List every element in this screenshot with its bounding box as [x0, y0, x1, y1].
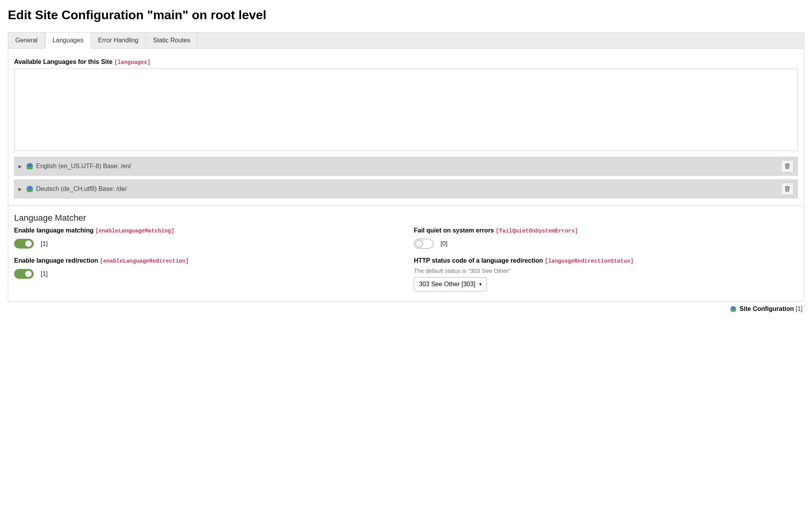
language-matcher-heading: Language Matcher [14, 213, 798, 223]
svg-point-3 [28, 187, 29, 188]
redirection-status-help: The default status is "303 See Other" [414, 267, 798, 274]
svg-point-5 [731, 307, 733, 309]
available-languages-listbox[interactable] [14, 69, 798, 151]
tab-languages[interactable]: Languages [45, 33, 91, 49]
enable-redirection-toggle[interactable] [14, 269, 34, 279]
delete-language-button[interactable] [781, 183, 794, 195]
enable-matching-label: Enable language matching [enableLanguage… [14, 227, 398, 234]
enable-redirection-value: [1] [41, 271, 48, 278]
svg-point-1 [28, 164, 29, 165]
tab-error-handling[interactable]: Error Handling [91, 33, 146, 48]
enable-redirection-label: Enable language redirection [enableLangu… [14, 257, 398, 264]
available-languages-label: Available Languages for this Site [langu… [14, 58, 798, 65]
enable-matching-toggle[interactable] [14, 239, 34, 249]
footer-label: Site Configuration [740, 305, 794, 312]
languages-tech-name: [languages] [114, 59, 150, 65]
footer: Site Configuration [1] [8, 301, 804, 314]
fail-quiet-label: Fail quiet on system errors [failQuietOn… [414, 227, 798, 234]
globe-icon [26, 163, 33, 170]
tabs: General Languages Error Handling Static … [8, 33, 804, 49]
enable-matching-value: [1] [41, 240, 48, 247]
redirection-status-select[interactable]: 303 See Other [303] ▾ [414, 277, 487, 291]
language-entry[interactable]: ▶ English (en_US.UTF-8) Base: /en/ [14, 157, 798, 176]
page-title: Edit Site Configuration "main" on root l… [8, 8, 804, 22]
chevron-down-icon: ▾ [479, 281, 482, 287]
expand-caret-icon[interactable]: ▶ [18, 187, 24, 192]
fail-quiet-value: [0] [440, 240, 448, 247]
redirection-status-label: HTTP status code of a language redirecti… [414, 257, 798, 264]
delete-language-button[interactable] [781, 160, 794, 173]
language-entry-text: English (en_US.UTF-8) Base: /en/ [36, 163, 781, 170]
trash-icon [785, 163, 790, 169]
tab-static-routes[interactable]: Static Routes [146, 33, 198, 48]
trash-icon [785, 186, 790, 192]
footer-index: [1] [796, 305, 803, 312]
globe-icon [26, 185, 33, 192]
language-entry-text: Deutsch (de_CH.utf8) Base: /de/ [36, 185, 781, 192]
language-entry[interactable]: ▶ Deutsch (de_CH.utf8) Base: /de/ [14, 180, 798, 198]
globe-icon [730, 307, 738, 313]
fail-quiet-toggle[interactable] [414, 239, 433, 249]
tab-general[interactable]: General [8, 33, 45, 48]
expand-caret-icon[interactable]: ▶ [18, 164, 24, 169]
